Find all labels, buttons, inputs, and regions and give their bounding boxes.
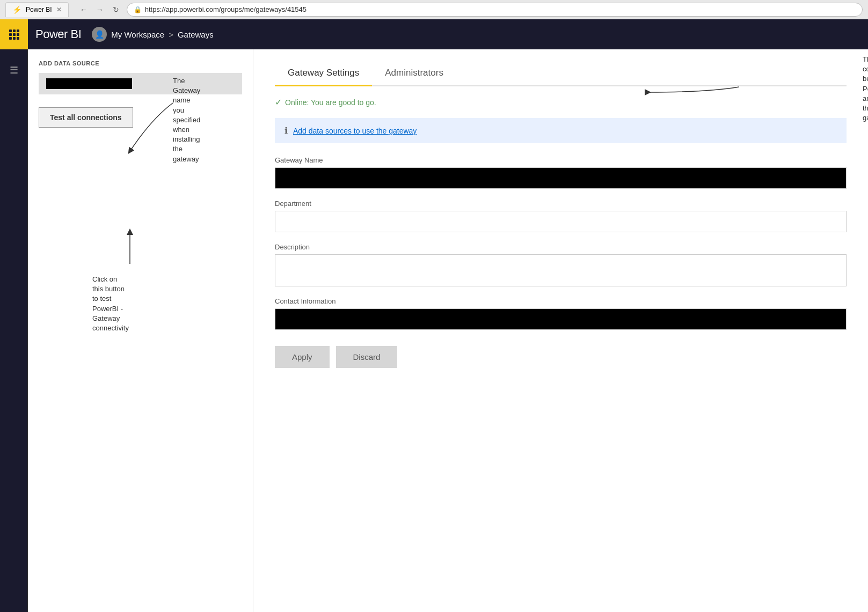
info-box: ℹ Add data sources to use the gateway bbox=[275, 118, 847, 143]
forward-button[interactable]: → bbox=[93, 3, 106, 16]
browser-tab[interactable]: ⚡ Power BI ✕ bbox=[5, 2, 69, 17]
annotation-gateway-name: The Gateway name you specifiedwhen insta… bbox=[173, 76, 200, 164]
info-icon: ℹ bbox=[285, 126, 288, 136]
description-label: Description bbox=[275, 243, 847, 251]
gateways-link[interactable]: Gateways bbox=[178, 30, 214, 39]
breadcrumb: 👤 My Workspace > Gateways bbox=[92, 27, 213, 42]
gateway-tabs: Gateway Settings Administrators bbox=[275, 62, 847, 86]
check-icon: ✓ bbox=[275, 97, 282, 107]
description-input[interactable] bbox=[275, 254, 847, 286]
department-label: Department bbox=[275, 200, 847, 208]
sidebar: ☰ bbox=[0, 49, 28, 612]
department-group: Department bbox=[275, 200, 847, 232]
tab-gateway-settings[interactable]: Gateway Settings bbox=[275, 62, 372, 86]
refresh-button[interactable]: ↻ bbox=[110, 3, 122, 16]
add-datasource-label: ADD DATA SOURCE bbox=[39, 60, 242, 67]
contact-info-input[interactable] bbox=[275, 308, 847, 330]
gateway-name-input[interactable] bbox=[275, 167, 847, 189]
content-area: ADD DATA SOURCE Test all connections The… bbox=[28, 49, 868, 612]
contact-info-group: Contact Information bbox=[275, 297, 847, 330]
gateway-name-group: Gateway Name bbox=[275, 156, 847, 189]
apply-button[interactable]: Apply bbox=[275, 346, 330, 368]
discard-button[interactable]: Discard bbox=[336, 346, 398, 368]
status-text: Online: You are good to go. bbox=[285, 98, 376, 107]
url-text: https://app.powerbi.com/groups/me/gatewa… bbox=[145, 5, 307, 13]
back-button[interactable]: ← bbox=[77, 3, 90, 16]
annotation-connectivity: There is connectivitybetween PowerBI and… bbox=[863, 55, 868, 123]
action-buttons: Apply Discard bbox=[275, 346, 847, 368]
ssl-lock-icon: 🔒 bbox=[134, 6, 142, 13]
breadcrumb-separator: > bbox=[169, 30, 173, 39]
tab-close-button[interactable]: ✕ bbox=[56, 6, 62, 13]
sidebar-toggle-button[interactable]: ☰ bbox=[5, 60, 23, 80]
gateway-name-label: Gateway Name bbox=[275, 156, 847, 164]
left-panel: ADD DATA SOURCE Test all connections The… bbox=[28, 49, 253, 612]
waffle-menu-button[interactable] bbox=[0, 19, 28, 49]
tab-title: Power BI bbox=[26, 6, 52, 13]
browser-nav: ← → ↻ bbox=[77, 3, 122, 16]
workspace-link[interactable]: My Workspace bbox=[111, 30, 164, 39]
right-panel: There is connectivitybetween PowerBI and… bbox=[253, 49, 868, 612]
gateway-name-redacted bbox=[46, 78, 132, 89]
panels: ADD DATA SOURCE Test all connections The… bbox=[28, 49, 868, 612]
browser-chrome: ⚡ Power BI ✕ ← → ↻ 🔒 https://app.powerbi… bbox=[0, 0, 868, 19]
user-avatar[interactable]: 👤 bbox=[92, 27, 107, 42]
tab-favicon: ⚡ bbox=[12, 5, 21, 14]
test-all-connections-button[interactable]: Test all connections bbox=[39, 107, 133, 128]
main-container: ☰ ADD DATA SOURCE Test all connections T… bbox=[0, 49, 868, 612]
app-logo: Power BI bbox=[35, 27, 81, 41]
annotation-test-connections: Click on this button to test PowerBI -Ga… bbox=[92, 275, 129, 333]
tab-administrators[interactable]: Administrators bbox=[372, 62, 456, 86]
description-group: Description bbox=[275, 243, 847, 286]
avatar-icon: 👤 bbox=[95, 30, 104, 39]
arrow-test-connections bbox=[119, 226, 141, 269]
address-bar[interactable]: 🔒 https://app.powerbi.com/groups/me/gate… bbox=[127, 3, 863, 17]
add-datasources-link[interactable]: Add data sources to use the gateway bbox=[293, 127, 417, 135]
waffle-icon bbox=[9, 30, 19, 40]
app-header: Power BI 👤 My Workspace > Gateways bbox=[0, 19, 868, 49]
gateway-list-item[interactable] bbox=[39, 73, 242, 94]
online-status: ✓ Online: You are good to go. bbox=[275, 97, 847, 107]
contact-info-label: Contact Information bbox=[275, 297, 847, 305]
department-input[interactable] bbox=[275, 211, 847, 232]
